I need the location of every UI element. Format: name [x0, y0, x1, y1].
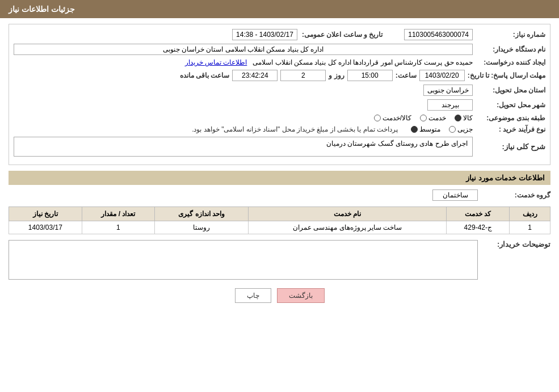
- cell-qty: 1: [82, 221, 155, 234]
- row-category: طبقه بندی موضوعی: کالا خدمت کالا/خدمت: [14, 114, 545, 122]
- table-header-row: ردیف کد خدمت نام خدمت واحد اندازه گیری ت…: [9, 207, 550, 221]
- services-table-section: ردیف کد خدمت نام خدمت واحد اندازه گیری ت…: [9, 206, 550, 234]
- province-label: استان محل تحویل:: [477, 86, 545, 94]
- creator-label: ایجاد کننده درخواست:: [477, 58, 545, 66]
- radio-motavaset-circle[interactable]: [411, 126, 418, 133]
- back-button[interactable]: بازگشت: [277, 288, 325, 303]
- service-group-label: گروه خدمت:: [482, 191, 550, 199]
- radio-jozi-circle[interactable]: [449, 126, 456, 133]
- services-table: ردیف کد خدمت نام خدمت واحد اندازه گیری ت…: [9, 206, 550, 234]
- general-desc-value: اجرای طرح هادی روستای گسک شهرستان درمیان: [14, 137, 473, 157]
- radio-jozi: جزیی: [449, 125, 473, 133]
- category-radio-group: کالا خدمت کالا/خدمت: [374, 114, 473, 122]
- row-buyer-desc: توضیحات خریدار:: [9, 240, 550, 280]
- purchase-type-label: نوع فرآیند خرید :: [477, 125, 545, 133]
- need-number-value: 1103005463000074: [404, 29, 473, 40]
- button-row: بازگشت چاپ: [9, 288, 550, 311]
- purchase-note: پرداخت تمام یا بخشی از مبلغ خریداز محل "…: [192, 125, 398, 133]
- row-service-group: گروه خدمت: ساختمان: [9, 189, 550, 201]
- city-label: شهر محل تحویل:: [477, 101, 545, 109]
- city-value: بیرجند: [427, 99, 473, 111]
- radio-kala: کالا: [455, 114, 473, 122]
- print-button[interactable]: چاپ: [235, 288, 271, 303]
- page-wrapper: جزئیات اطلاعات نیاز شماره نیاز: 11030054…: [0, 0, 559, 392]
- info-section: شماره نیاز: 1103005463000074 تاریخ و ساع…: [9, 24, 550, 165]
- col-header-date: تاریخ نیاز: [9, 207, 82, 221]
- row-province: استان محل تحویل: خراسان جنوبی: [14, 85, 545, 96]
- radio-motavaset: متوسط: [411, 125, 440, 133]
- response-time: 15:00: [347, 70, 393, 81]
- category-label: طبقه بندی موضوعی:: [477, 114, 545, 122]
- radio-kala-khedmat-circle[interactable]: [374, 115, 381, 121]
- row-need-number: شماره نیاز: 1103005463000074 تاریخ و ساع…: [14, 29, 545, 40]
- col-header-row: ردیف: [510, 207, 550, 221]
- creator-link[interactable]: اطلاعات تماس خریدار: [185, 58, 247, 66]
- org-name-label: نام دستگاه خریدار:: [477, 45, 545, 53]
- cell-unit: روستا: [155, 221, 249, 234]
- response-remaining-label: ساعت باقی مانده: [180, 71, 230, 79]
- service-group-value: ساختمان: [432, 189, 478, 201]
- table-row: 1ج-42-429ساخت سایر پروژه‌های مهندسی عمرا…: [9, 221, 550, 234]
- main-content: شماره نیاز: 1103005463000074 تاریخ و ساع…: [0, 18, 559, 317]
- need-number-label: شماره نیاز:: [477, 31, 545, 39]
- radio-khedmat: خدمت: [420, 114, 446, 122]
- response-days: 2: [280, 70, 326, 81]
- radio-kala-label: کالا: [463, 114, 473, 122]
- radio-jozi-label: جزیی: [457, 125, 473, 133]
- buyer-desc-label: توضیحات خریدار:: [482, 240, 550, 248]
- radio-kala-circle[interactable]: [455, 115, 461, 121]
- response-days-label: روز و: [329, 71, 344, 79]
- response-time-label: ساعت:: [396, 71, 417, 79]
- radio-kala-khedmat-label: کالا/خدمت: [383, 114, 411, 122]
- row-response-deadline: مهلت ارسال پاسخ: تا تاریخ: 1403/02/20 سا…: [14, 70, 545, 81]
- purchase-type-radio-group: جزیی متوسط: [411, 125, 473, 133]
- row-city: شهر محل تحویل: بیرجند: [14, 99, 545, 111]
- radio-motavaset-label: متوسط: [419, 125, 440, 133]
- services-section-title: اطلاعات خدمات مورد نیاز: [9, 171, 550, 185]
- col-header-unit: واحد اندازه گیری: [155, 207, 249, 221]
- response-seconds: 23:42:24: [232, 70, 278, 81]
- announcement-date-value: 1403/02/17 - 14:38: [232, 29, 297, 40]
- row-org-name: نام دستگاه خریدار: اداره کل بنیاد مسکن ا…: [14, 44, 545, 55]
- response-date: 1403/02/20: [419, 70, 465, 81]
- creator-value: حمیده حق پرست کارشناس امور قراردادها ادا…: [14, 58, 473, 66]
- cell-name: ساخت سایر پروژه‌های مهندسی عمران: [248, 221, 446, 234]
- general-desc-label: شرح کلی نیاز:: [477, 142, 545, 151]
- row-general-desc: شرح کلی نیاز: اجرای طرح هادی روستای گسک …: [14, 137, 545, 157]
- row-creator: ایجاد کننده درخواست: حمیده حق پرست کارشن…: [14, 58, 545, 66]
- radio-khedmat-circle[interactable]: [420, 115, 427, 121]
- cell-code: ج-42-429: [447, 221, 510, 234]
- page-header: جزئیات اطلاعات نیاز: [0, 0, 559, 18]
- page-title: جزئیات اطلاعات نیاز: [9, 5, 75, 14]
- col-header-name: نام خدمت: [248, 207, 446, 221]
- radio-khedmat-label: خدمت: [428, 114, 446, 122]
- org-name-value: اداره کل بنیاد مسکن انقلاب اسلامی استان …: [14, 44, 473, 55]
- province-value: خراسان جنوبی: [423, 85, 473, 96]
- col-header-qty: تعداد / مقدار: [82, 207, 155, 221]
- col-header-code: کد خدمت: [447, 207, 510, 221]
- radio-kala-khedmat: کالا/خدمت: [374, 114, 411, 122]
- buyer-desc-textarea[interactable]: [9, 240, 478, 280]
- announcement-date-label: تاریخ و ساعت اعلان عمومی:: [302, 31, 383, 39]
- cell-date: 1403/03/17: [9, 221, 82, 234]
- row-purchase-type: نوع فرآیند خرید : جزیی متوسط پرداخت تمام…: [14, 125, 545, 133]
- cell-row: 1: [510, 221, 550, 234]
- response-deadline-label: مهلت ارسال پاسخ: تا تاریخ:: [468, 71, 545, 79]
